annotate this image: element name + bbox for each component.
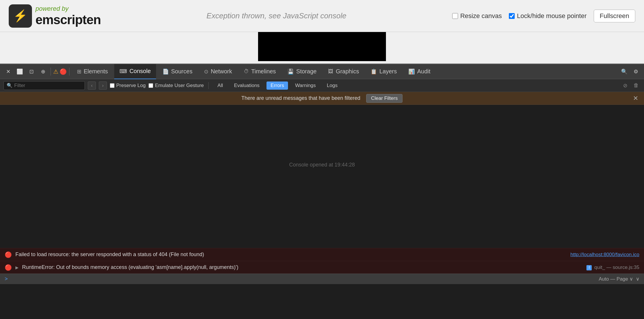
filter-divider-1 xyxy=(208,82,209,89)
emulate-gesture-control[interactable]: Emulate User Gesture xyxy=(149,83,204,88)
exception-message: Exception thrown, see JavaScript console xyxy=(112,11,441,20)
dock-side-button[interactable]: ⬜ xyxy=(15,66,25,77)
storage-icon: 💾 xyxy=(287,68,294,75)
clear-console-button[interactable]: 🗑 xyxy=(632,81,641,90)
tab-audit-label: Audit xyxy=(417,68,430,75)
controls-right: Resize canvas Lock/hide mouse pointer Fu… xyxy=(452,10,635,22)
preserve-log-label: Preserve Log xyxy=(116,83,146,88)
bolt-icon: ⚡ xyxy=(13,9,28,23)
tab-sources-label: Sources xyxy=(171,68,192,75)
tab-sources[interactable]: 📄 Sources xyxy=(157,64,198,79)
filter-prev-button[interactable]: ‹ xyxy=(88,81,96,90)
timelines-icon: ⏱ xyxy=(244,68,249,75)
elements-icon: ⊞ xyxy=(77,68,81,75)
error-badge-icon: 🔴 xyxy=(60,68,67,75)
tab-graphics-label: Graphics xyxy=(336,68,359,75)
resize-canvas-checkbox[interactable] xyxy=(452,13,458,19)
console-entries: 🔴 Failed to load resource: the server re… xyxy=(0,248,644,274)
tab-layers-label: Layers xyxy=(379,68,397,75)
search-button[interactable]: 🔍 xyxy=(619,66,629,77)
filter-level-all[interactable]: All xyxy=(213,81,227,90)
filter-level-evaluations[interactable]: Evaluations xyxy=(230,81,264,90)
tab-audit[interactable]: 📊 Audit xyxy=(403,64,436,79)
console-entry-text-1: RuntimeError: Out of bounds memory acces… xyxy=(22,264,583,270)
tab-network-label: Network xyxy=(211,68,232,75)
filter-bar: 🔍 ‹ › Preserve Log Emulate User Gesture … xyxy=(0,79,644,92)
emulate-gesture-checkbox[interactable] xyxy=(149,83,153,88)
top-bar: ⚡ powered by emscripten Exception thrown… xyxy=(0,0,644,32)
undock-button[interactable]: ⊡ xyxy=(26,66,37,77)
toolbar-divider-2 xyxy=(69,68,69,76)
resize-canvas-control[interactable]: Resize canvas xyxy=(452,12,502,20)
filter-notice-text: There are unread messages that have been… xyxy=(242,95,360,101)
error-icon-0: 🔴 xyxy=(5,251,12,258)
tab-elements[interactable]: ⊞ Elements xyxy=(72,64,113,79)
notice-close-button[interactable]: ✕ xyxy=(633,95,638,102)
expand-icon-1[interactable]: ▶ xyxy=(15,265,19,270)
tab-storage-label: Storage xyxy=(296,68,316,75)
preserve-log-control[interactable]: Preserve Log xyxy=(110,83,146,88)
devtools-panel: ✕ ⬜ ⊡ ⊕ ⚠ 🔴 ⊞ Elements ⌨ Console 📄 Sourc… xyxy=(0,64,644,284)
filter-level-logs[interactable]: Logs xyxy=(323,81,342,90)
emulate-gesture-label: Emulate User Gesture xyxy=(155,83,204,88)
emscripten-logo: ⚡ xyxy=(9,4,32,28)
tab-timelines-label: Timelines xyxy=(251,68,276,75)
tab-storage[interactable]: 💾 Storage xyxy=(282,64,322,79)
tab-layers[interactable]: 📋 Layers xyxy=(365,64,402,79)
filter-notice-bar: There are unread messages that have been… xyxy=(0,92,644,105)
brand-name: emscripten xyxy=(35,13,101,27)
page-info-chevron[interactable]: ∨ xyxy=(636,276,639,282)
console-entry-0: 🔴 Failed to load resource: the server re… xyxy=(0,248,644,261)
logo-area: ⚡ powered by emscripten xyxy=(9,4,101,28)
lock-mouse-label: Lock/hide mouse pointer xyxy=(517,12,587,20)
tab-graphics[interactable]: 🖼 Graphics xyxy=(323,64,364,79)
warning-icon: ⚠ xyxy=(53,68,58,75)
console-timestamp: Console opened at 19:44:28 xyxy=(0,157,644,173)
filter-search-container: 🔍 xyxy=(3,81,85,90)
source-favicon-icon: f xyxy=(586,265,592,270)
toolbar-divider-1 xyxy=(51,68,51,76)
layers-icon: 📋 xyxy=(371,68,377,75)
lock-mouse-checkbox[interactable] xyxy=(509,13,515,19)
console-entry-source-0[interactable]: http://localhost:8000/favicon.ico xyxy=(570,252,639,258)
console-entry-text-0: Failed to load resource: the server resp… xyxy=(15,251,567,258)
settings-button[interactable]: ⚙ xyxy=(631,66,641,77)
powered-by-label: powered by xyxy=(35,5,101,13)
fullscreen-button[interactable]: Fullscreen xyxy=(594,10,635,22)
network-icon: ⊙ xyxy=(204,68,208,75)
canvas-area xyxy=(0,32,644,64)
filter-right-controls: ⊘ 🗑 xyxy=(621,81,641,90)
tab-network[interactable]: ⊙ Network xyxy=(199,64,237,79)
bottom-bar: > Auto — Page ∨ ∨ xyxy=(0,274,644,284)
sources-icon: 📄 xyxy=(162,68,169,75)
preserve-log-checkbox[interactable] xyxy=(110,83,115,88)
clear-filters-button[interactable]: Clear Filters xyxy=(366,94,403,103)
tab-elements-label: Elements xyxy=(84,68,108,75)
audit-icon: 📊 xyxy=(408,68,415,75)
devtools-toolbar: ✕ ⬜ ⊡ ⊕ ⚠ 🔴 ⊞ Elements ⌨ Console 📄 Sourc… xyxy=(0,64,644,79)
filter-next-button[interactable]: › xyxy=(99,81,107,90)
filter-level-warnings[interactable]: Warnings xyxy=(291,81,320,90)
logo-text: powered by emscripten xyxy=(35,5,101,27)
lock-mouse-control[interactable]: Lock/hide mouse pointer xyxy=(509,12,587,20)
tab-console-label: Console xyxy=(129,68,151,75)
console-prompt[interactable]: > xyxy=(5,276,8,282)
page-info-label: Auto — Page ∨ xyxy=(599,276,633,282)
console-entry-source-1: f quit_ — source.js:35 xyxy=(586,265,639,270)
filter-level-errors[interactable]: Errors xyxy=(266,81,288,90)
canvas-display xyxy=(258,32,386,61)
error-icon-1: 🔴 xyxy=(5,264,12,271)
filter-search-icon: 🔍 xyxy=(7,83,12,88)
close-devtools-button[interactable]: ✕ xyxy=(3,66,13,77)
tab-timelines[interactable]: ⏱ Timelines xyxy=(239,64,281,79)
resize-canvas-label: Resize canvas xyxy=(460,12,502,20)
gc-icon-button[interactable]: ⊘ xyxy=(621,81,629,90)
inspect-button[interactable]: ⊕ xyxy=(38,66,48,77)
console-content-area: Console opened at 19:44:28 🔴 Failed to l… xyxy=(0,105,644,274)
filter-search-input[interactable] xyxy=(14,83,82,88)
tab-console[interactable]: ⌨ Console xyxy=(114,64,156,79)
console-icon: ⌨ xyxy=(119,68,127,75)
graphics-icon: 🖼 xyxy=(328,68,333,75)
console-entry-1: 🔴 ▶ RuntimeError: Out of bounds memory a… xyxy=(0,261,644,274)
